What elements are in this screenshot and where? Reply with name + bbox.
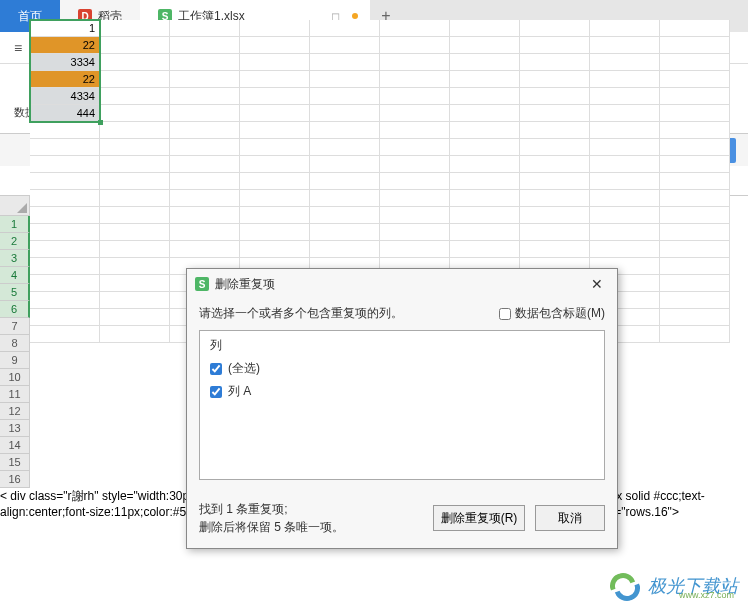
cell[interactable] [310, 156, 380, 173]
cell[interactable] [660, 309, 730, 326]
header-checkbox[interactable]: 数据包含标题(M) [499, 305, 605, 322]
dialog-titlebar[interactable]: S 删除重复项 ✕ [187, 269, 617, 299]
cell[interactable] [240, 20, 310, 37]
cell[interactable] [380, 88, 450, 105]
cell[interactable] [590, 105, 660, 122]
cell[interactable] [520, 122, 590, 139]
cell[interactable] [520, 37, 590, 54]
cell[interactable] [520, 224, 590, 241]
cell[interactable] [380, 156, 450, 173]
cell[interactable] [310, 173, 380, 190]
cell[interactable] [170, 122, 240, 139]
cell[interactable] [380, 37, 450, 54]
cell[interactable] [380, 105, 450, 122]
cell[interactable] [590, 37, 660, 54]
cell[interactable] [170, 139, 240, 156]
cell[interactable] [310, 71, 380, 88]
cell[interactable] [30, 122, 100, 139]
cell[interactable] [170, 71, 240, 88]
cell[interactable] [310, 241, 380, 258]
cell[interactable] [380, 20, 450, 37]
cell[interactable] [100, 190, 170, 207]
cell[interactable] [100, 71, 170, 88]
cell[interactable] [100, 275, 170, 292]
cell[interactable] [660, 326, 730, 343]
cell[interactable] [450, 139, 520, 156]
cell[interactable] [590, 207, 660, 224]
cell[interactable] [170, 190, 240, 207]
header-checkbox-input[interactable] [499, 308, 511, 320]
column-a-input[interactable] [210, 386, 222, 398]
cancel-button[interactable]: 取消 [535, 505, 605, 531]
cell[interactable] [590, 173, 660, 190]
cell[interactable] [30, 326, 100, 343]
cell[interactable] [30, 207, 100, 224]
cell[interactable] [100, 241, 170, 258]
cell[interactable]: 4334 [30, 88, 100, 105]
cell[interactable] [660, 190, 730, 207]
cell[interactable] [380, 241, 450, 258]
cell[interactable] [520, 139, 590, 156]
cell[interactable] [100, 88, 170, 105]
cell[interactable] [30, 258, 100, 275]
cell[interactable] [310, 54, 380, 71]
row-header[interactable]: 2 [0, 233, 30, 250]
cell[interactable] [660, 275, 730, 292]
cell[interactable] [660, 207, 730, 224]
cell[interactable] [170, 173, 240, 190]
cell[interactable] [100, 156, 170, 173]
cell[interactable] [660, 173, 730, 190]
cell[interactable] [30, 309, 100, 326]
cell[interactable] [240, 190, 310, 207]
cell[interactable] [450, 207, 520, 224]
cell[interactable] [660, 224, 730, 241]
cell[interactable] [660, 71, 730, 88]
cell[interactable] [170, 88, 240, 105]
select-all-input[interactable] [210, 363, 222, 375]
cell[interactable] [170, 224, 240, 241]
row-header[interactable]: 7 [0, 318, 30, 335]
cell[interactable]: 1 [30, 20, 100, 37]
cell[interactable] [380, 54, 450, 71]
cell[interactable] [520, 54, 590, 71]
cell[interactable] [450, 37, 520, 54]
row-header[interactable]: 4 [0, 267, 30, 284]
cell[interactable] [100, 258, 170, 275]
cell[interactable] [240, 122, 310, 139]
cell[interactable] [240, 156, 310, 173]
cell[interactable] [240, 224, 310, 241]
cell[interactable] [450, 20, 520, 37]
cell[interactable] [590, 156, 660, 173]
cell[interactable] [590, 241, 660, 258]
cell[interactable] [660, 139, 730, 156]
row-header[interactable]: 5 [0, 284, 30, 301]
cell[interactable] [240, 88, 310, 105]
cell[interactable] [240, 139, 310, 156]
cell[interactable] [310, 139, 380, 156]
cell[interactable] [660, 122, 730, 139]
cell[interactable] [380, 224, 450, 241]
cell[interactable]: 3334 [30, 54, 100, 71]
cell[interactable] [240, 241, 310, 258]
cell[interactable] [310, 190, 380, 207]
cell[interactable] [380, 71, 450, 88]
cell[interactable] [450, 71, 520, 88]
cell[interactable] [450, 190, 520, 207]
cell[interactable] [100, 292, 170, 309]
cell[interactable] [660, 88, 730, 105]
cell[interactable] [520, 173, 590, 190]
cell[interactable] [100, 54, 170, 71]
cell[interactable] [240, 207, 310, 224]
cell[interactable] [450, 156, 520, 173]
cell[interactable] [310, 20, 380, 37]
cell[interactable] [590, 71, 660, 88]
cell[interactable] [100, 37, 170, 54]
cell[interactable] [170, 207, 240, 224]
cell[interactable] [590, 88, 660, 105]
cell[interactable] [170, 54, 240, 71]
cell[interactable] [450, 241, 520, 258]
cell[interactable]: 22 [30, 71, 100, 88]
cell[interactable] [450, 122, 520, 139]
cell[interactable] [310, 37, 380, 54]
cell[interactable] [240, 54, 310, 71]
